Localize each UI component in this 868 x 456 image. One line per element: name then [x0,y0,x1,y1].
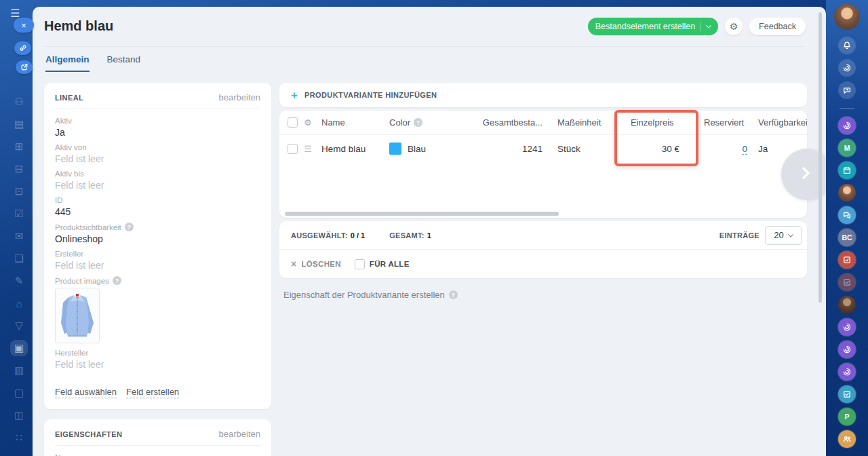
cell-name[interactable]: Hemd blau [321,144,389,154]
app-task-blue[interactable] [838,385,856,403]
col-name[interactable]: Name [321,117,389,128]
app-bc-chat[interactable]: BC [838,229,856,246]
app-crm-spiral[interactable] [838,341,856,358]
contact-avatar[interactable] [838,296,856,314]
delete-button[interactable]: × LÖSCHEN [291,259,341,269]
horizontal-scrollbar[interactable] [285,212,802,216]
app-crm-spiral[interactable] [838,318,856,336]
employees-icon[interactable]: ⚇ [10,94,28,110]
col-color[interactable]: Color? [389,117,477,128]
col-availability[interactable]: Verfügbarkeit [758,117,807,128]
field-id: ID 445 [55,196,260,217]
crm-funnel-icon[interactable]: ▽ [10,318,28,334]
contact-avatar[interactable] [838,184,856,202]
col-reserved[interactable]: Reserviert [704,117,758,128]
spiral-icon [842,367,852,377]
analytics-icon[interactable]: ∷ [10,430,28,446]
app-task-red[interactable] [838,251,856,269]
task-check-icon [842,255,852,265]
help-icon[interactable]: ? [414,118,422,127]
tab-bestand[interactable]: Bestand [107,54,141,72]
field-ersteller: Ersteller Feld ist leer [55,250,260,271]
add-variant-button[interactable]: + PRODUKTVARIANTE HINZUFÜGEN [279,83,807,107]
app-p-chat[interactable]: P [838,408,856,425]
payments-icon[interactable]: ▥ [10,362,28,379]
selected-label: AUSGEWÄHLT: [291,231,348,240]
reserved-count-link[interactable]: 0 [742,144,747,155]
table-footer: AUSGEWÄHLT: 0 / 1 GESAMT: 1 EINTRÄGE 20 [279,221,807,278]
col-price[interactable]: Einzelpreis [618,117,704,128]
table-settings-gear-icon[interactable]: ⚙ [304,117,321,128]
entries-label: EINTRÄGE [719,231,760,240]
calendar-icon[interactable]: ⊞ [10,138,28,155]
row-checkbox[interactable] [288,144,298,154]
chat-icon[interactable]: ❏ [10,250,28,267]
tab-allgemein[interactable]: Allgemein [45,54,90,72]
vertical-scrollbar[interactable] [818,12,822,303]
copy-link-button[interactable] [14,41,31,55]
header-divider [44,46,804,47]
chat-initial: M [844,144,850,152]
tab-bar: Allgemein Bestand [45,54,140,72]
lineal-edit-link[interactable]: bearbeiten [219,92,260,102]
app-task-muted[interactable] [838,273,856,291]
help-icon[interactable]: ? [113,276,121,285]
x-icon: × [291,259,296,269]
drag-handle-icon[interactable]: ☰ [304,144,321,154]
user-avatar[interactable] [834,4,860,30]
cell-reserved: 0 [704,144,758,154]
field-label: Name [55,453,260,456]
feed-icon[interactable]: ▤ [10,116,28,132]
create-field-link[interactable]: Feld erstellen [126,387,179,398]
settings-button[interactable]: ⚙ [725,18,743,35]
add-variant-label: PRODUKTVARIANTE HINZUFÜGEN [304,91,437,99]
sign-icon[interactable]: ✎ [10,273,28,289]
messenger-sync-button[interactable] [838,81,856,99]
company-icon[interactable]: ⌂ [10,295,28,311]
help-icon[interactable]: ? [125,223,134,231]
field-aktiv: Aktiv Ja [55,117,260,138]
product-image-thumbnail[interactable] [55,288,100,343]
spiral-icon [842,345,852,354]
help-icon[interactable]: ? [449,290,458,299]
create-variant-property-link[interactable]: Eigenschaft der Produktvariante erstelle… [279,290,807,300]
chevron-down-icon[interactable] [706,22,711,28]
create-property-label: Eigenschaft der Produktvariante erstelle… [283,290,445,300]
app-m-chat[interactable]: M [838,139,856,157]
tasks-icon[interactable]: ☑ [10,206,28,222]
inventory-icon[interactable]: ◫ [10,407,28,423]
documents-icon[interactable]: ▢ [10,385,28,401]
entries-per-page-select[interactable]: 20 [765,226,802,245]
task-check-icon [842,278,852,287]
workspace-icon[interactable]: ⊡ [10,183,28,200]
scrollbar-thumb[interactable] [285,212,559,216]
app-group-people[interactable] [838,430,856,448]
field-value: 445 [55,206,260,217]
open-in-new-window-button[interactable] [16,60,33,74]
eigenschaften-edit-link[interactable]: bearbeiten [219,429,260,439]
close-slideover-button[interactable]: × [14,18,34,33]
app-calendar[interactable] [838,162,856,179]
col-total[interactable]: Gesamtbesta... [477,117,545,128]
app-group-chat[interactable] [838,206,856,224]
shop-cart-icon[interactable]: ▣ [10,340,28,356]
feedback-button[interactable]: Feedback [749,18,806,35]
chats-icon [842,210,852,220]
for-all-checkbox[interactable] [355,259,365,269]
select-field-link[interactable]: Feld auswählen [55,387,117,398]
col-unit[interactable]: Maßeinheit [545,117,618,128]
variants-table: ⚙ Name Color? Gesamtbesta... Maßeinheit … [279,111,807,218]
app-crm-spiral[interactable] [838,117,856,134]
color-swatch [389,142,401,155]
total-value: 1 [427,231,431,240]
automation-button[interactable] [838,59,856,77]
mail-icon[interactable]: ✉ [10,228,28,244]
notifications-button[interactable] [838,37,856,54]
select-all-checkbox[interactable] [288,117,298,128]
link-icon [19,44,27,52]
field-label: Aktiv [55,117,260,125]
app-crm-spiral[interactable] [838,363,856,381]
create-stock-item-button[interactable]: Bestandselement erstellen [588,18,718,35]
drive-icon[interactable]: ⊟ [10,161,28,177]
variant-row[interactable]: ☰ Hemd blau Blau 1241 Stück 30 € 0 Ja [279,134,807,162]
